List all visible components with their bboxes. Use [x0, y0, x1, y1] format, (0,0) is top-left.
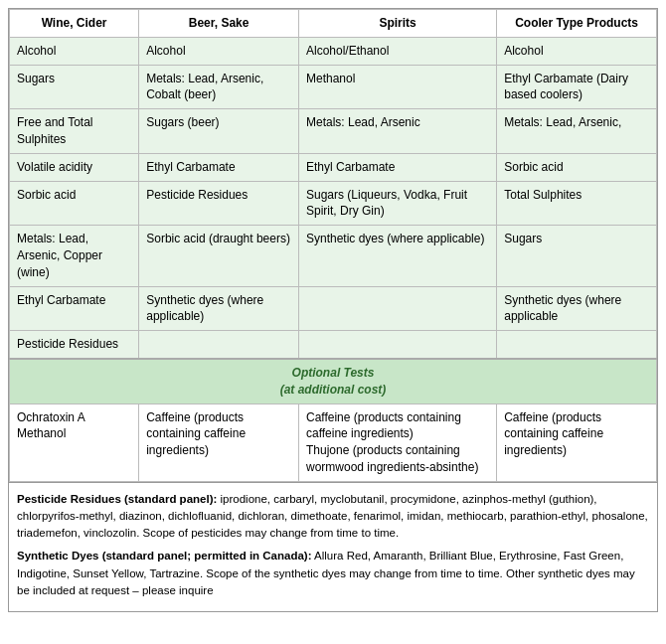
table-row: SugarsMetals: Lead, Arsenic, Cobalt (bee…: [10, 65, 657, 109]
cell-cooler-3: Sorbic acid: [497, 153, 657, 181]
optional-header-cell: Optional Tests (at additional cost): [10, 359, 657, 403]
cell-wine-5: Metals: Lead, Arsenic, Copper (wine): [10, 226, 139, 286]
optional-cell-wine-0: Ochratoxin A Methanol: [10, 403, 139, 481]
cell-cooler-5: Sugars: [497, 226, 657, 286]
cell-cooler-4: Total Sulphites: [497, 181, 657, 226]
table-row: Volatile acidityEthyl CarbamateEthyl Car…: [10, 153, 657, 181]
cell-wine-7: Pesticide Residues: [10, 331, 139, 359]
footer-dyes: Synthetic Dyes (standard panel; permitte…: [17, 548, 649, 599]
cell-beer-7: [139, 331, 299, 359]
optional-cell-beer-0: Caffeine (products containing caffeine i…: [139, 403, 299, 481]
col-header-cooler: Cooler Type Products: [497, 10, 657, 38]
cell-wine-1: Sugars: [10, 65, 139, 109]
cell-beer-1: Metals: Lead, Arsenic, Cobalt (beer): [139, 65, 299, 109]
col-header-spirits: Spirits: [298, 10, 496, 38]
cell-wine-0: Alcohol: [10, 37, 139, 65]
cell-wine-3: Volatile acidity: [10, 153, 139, 181]
cell-wine-6: Ethyl Carbamate: [10, 286, 139, 331]
cell-spirits-6: [298, 286, 496, 331]
cell-spirits-0: Alcohol/Ethanol: [298, 37, 496, 65]
header-row: Wine, Cider Beer, Sake Spirits Cooler Ty…: [10, 10, 657, 38]
footer-pesticides-bold: Pesticide Residues (standard panel):: [17, 493, 217, 505]
optional-header-row: Optional Tests (at additional cost): [10, 359, 657, 403]
cell-spirits-1: Methanol: [298, 65, 496, 109]
main-table-wrapper: Wine, Cider Beer, Sake Spirits Cooler Ty…: [8, 8, 658, 612]
footer-section: Pesticide Residues (standard panel): ipr…: [9, 482, 657, 612]
cell-cooler-6: Synthetic dyes (where applicable: [497, 286, 657, 331]
cell-beer-5: Sorbic acid (draught beers): [139, 226, 299, 286]
cell-spirits-7: [298, 331, 496, 359]
cell-beer-2: Sugars (beer): [139, 109, 299, 154]
table-row: Ethyl CarbamateSynthetic dyes (where app…: [10, 286, 657, 331]
footer-dyes-bold: Synthetic Dyes (standard panel; permitte…: [17, 550, 312, 562]
table-row: Metals: Lead, Arsenic, Copper (wine)Sorb…: [10, 226, 657, 286]
cell-beer-0: Alcohol: [139, 37, 299, 65]
cell-spirits-2: Metals: Lead, Arsenic: [298, 109, 496, 154]
table-row: Free and Total SulphitesSugars (beer)Met…: [10, 109, 657, 154]
cell-cooler-7: [497, 331, 657, 359]
optional-cell-cooler-0: Caffeine (products containing caffeine i…: [497, 403, 657, 481]
col-header-wine: Wine, Cider: [10, 10, 139, 38]
table-row: Sorbic acidPesticide ResiduesSugars (Liq…: [10, 181, 657, 226]
cell-beer-4: Pesticide Residues: [139, 181, 299, 226]
table-row: Pesticide Residues: [10, 331, 657, 359]
cell-spirits-4: Sugars (Liqueurs, Vodka, Fruit Spirit, D…: [298, 181, 496, 226]
optional-cell-spirits-0: Caffeine (products containing caffeine i…: [298, 403, 496, 481]
analysis-table: Wine, Cider Beer, Sake Spirits Cooler Ty…: [9, 9, 657, 482]
cell-spirits-3: Ethyl Carbamate: [298, 153, 496, 181]
cell-cooler-0: Alcohol: [497, 37, 657, 65]
cell-cooler-2: Metals: Lead, Arsenic,: [497, 109, 657, 154]
cell-wine-4: Sorbic acid: [10, 181, 139, 226]
optional-table-row: Ochratoxin A MethanolCaffeine (products …: [10, 403, 657, 481]
table-row: AlcoholAlcoholAlcohol/EthanolAlcohol: [10, 37, 657, 65]
cell-wine-2: Free and Total Sulphites: [10, 109, 139, 154]
cell-beer-3: Ethyl Carbamate: [139, 153, 299, 181]
cell-spirits-5: Synthetic dyes (where applicable): [298, 226, 496, 286]
footer-pesticides: Pesticide Residues (standard panel): ipr…: [17, 491, 649, 543]
col-header-beer: Beer, Sake: [139, 10, 299, 38]
cell-cooler-1: Ethyl Carbamate (Dairy based coolers): [497, 65, 657, 109]
cell-beer-6: Synthetic dyes (where applicable): [139, 286, 299, 331]
